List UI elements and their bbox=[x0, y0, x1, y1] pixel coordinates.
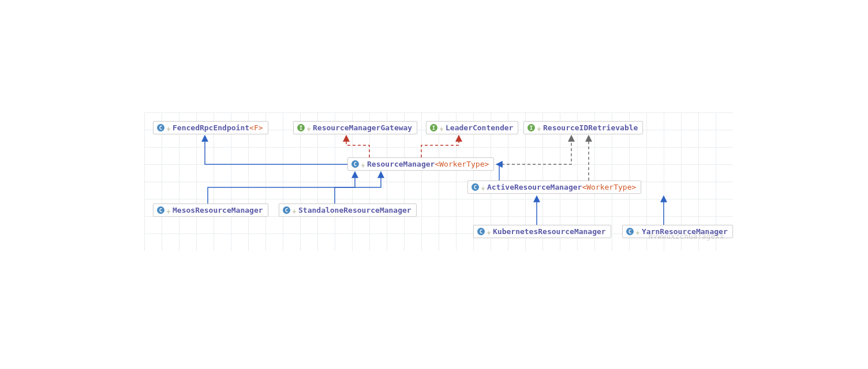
class-icon: C bbox=[157, 206, 164, 214]
diagram-canvas: C ⏚ FencedRpcEndpoint<F> I ⏚ ResourceMan… bbox=[144, 112, 733, 251]
node-label: ActiveResourceManager<WorkerType> bbox=[487, 183, 636, 191]
node-label: FencedRpcEndpoint<F> bbox=[173, 123, 263, 132]
connector-icon: ⏚ bbox=[487, 229, 491, 235]
node-label: LeaderContender bbox=[446, 123, 513, 132]
class-icon: C bbox=[626, 228, 634, 235]
interface-icon: I bbox=[297, 124, 305, 131]
watermark-text: NvwwuxzchGafagexx bbox=[649, 232, 724, 240]
node-label: StandaloneResourceManager bbox=[298, 206, 411, 214]
connector-icon: ⏚ bbox=[167, 208, 170, 214]
class-icon: C bbox=[157, 124, 164, 131]
node-leader-contender[interactable]: I ⏚ LeaderContender bbox=[426, 121, 518, 134]
connector-icon: ⏚ bbox=[537, 125, 541, 131]
connector-icon: ⏚ bbox=[361, 161, 365, 168]
connector-icon: ⏚ bbox=[636, 229, 639, 235]
class-icon: C bbox=[472, 183, 479, 191]
node-kubernetes-resource-manager[interactable]: C ⏚ KubernetesResourceManager bbox=[473, 225, 611, 238]
class-icon: C bbox=[351, 160, 359, 168]
node-mesos-resource-manager[interactable]: C ⏚ MesosResourceManager bbox=[153, 204, 268, 217]
connector-icon: ⏚ bbox=[440, 125, 443, 131]
node-label: ResourceIDRetrievable bbox=[543, 123, 638, 132]
node-resource-manager[interactable]: C ⏚ ResourceManager<WorkerType> bbox=[347, 157, 494, 171]
connector-icon: ⏚ bbox=[307, 125, 310, 131]
node-label: KubernetesResourceManager bbox=[493, 227, 606, 236]
connector-icon: ⏚ bbox=[293, 208, 296, 214]
class-icon: C bbox=[477, 228, 485, 235]
node-resource-manager-gateway[interactable]: I ⏚ ResourceManagerGateway bbox=[293, 121, 417, 134]
interface-icon: I bbox=[527, 124, 535, 131]
node-fenced-rpc-endpoint[interactable]: C ⏚ FencedRpcEndpoint<F> bbox=[153, 121, 268, 134]
node-label: ResourceManagerGateway bbox=[313, 123, 412, 132]
node-standalone-resource-manager[interactable]: C ⏚ StandaloneResourceManager bbox=[279, 204, 417, 217]
class-icon: C bbox=[283, 206, 290, 214]
connector-icon: ⏚ bbox=[481, 184, 485, 191]
connector-icon: ⏚ bbox=[167, 125, 170, 131]
node-active-resource-manager[interactable]: C ⏚ ActiveResourceManager<WorkerType> bbox=[467, 180, 641, 194]
node-label: MesosResourceManager bbox=[173, 206, 263, 214]
interface-icon: I bbox=[430, 124, 437, 131]
node-label: ResourceManager<WorkerType> bbox=[367, 160, 489, 168]
node-resource-id-retrievable[interactable]: I ⏚ ResourceIDRetrievable bbox=[523, 121, 643, 134]
